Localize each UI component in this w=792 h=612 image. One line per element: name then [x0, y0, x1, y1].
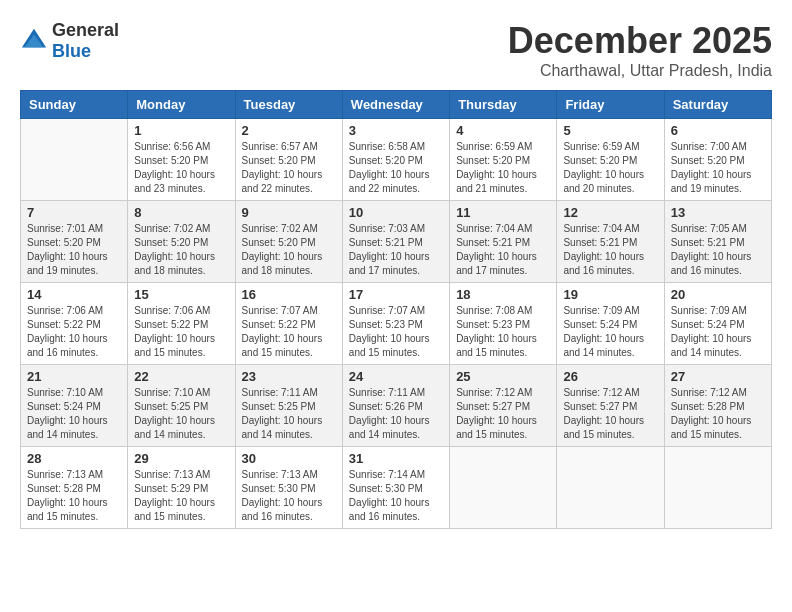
col-header-friday: Friday — [557, 91, 664, 119]
day-number: 30 — [242, 451, 336, 466]
day-info: Sunrise: 7:02 AMSunset: 5:20 PMDaylight:… — [242, 222, 336, 278]
day-info: Sunrise: 6:56 AMSunset: 5:20 PMDaylight:… — [134, 140, 228, 196]
day-number: 15 — [134, 287, 228, 302]
calendar-cell: 31Sunrise: 7:14 AMSunset: 5:30 PMDayligh… — [342, 447, 449, 529]
day-info: Sunrise: 7:09 AMSunset: 5:24 PMDaylight:… — [671, 304, 765, 360]
logo-blue: Blue — [52, 41, 91, 61]
day-info: Sunrise: 6:58 AMSunset: 5:20 PMDaylight:… — [349, 140, 443, 196]
day-number: 17 — [349, 287, 443, 302]
page-header: General Blue December 2025 Charthawal, U… — [20, 20, 772, 80]
day-info: Sunrise: 7:13 AMSunset: 5:30 PMDaylight:… — [242, 468, 336, 524]
day-number: 27 — [671, 369, 765, 384]
calendar-cell: 4Sunrise: 6:59 AMSunset: 5:20 PMDaylight… — [450, 119, 557, 201]
calendar-cell — [450, 447, 557, 529]
calendar-cell: 19Sunrise: 7:09 AMSunset: 5:24 PMDayligh… — [557, 283, 664, 365]
calendar-cell: 3Sunrise: 6:58 AMSunset: 5:20 PMDaylight… — [342, 119, 449, 201]
day-info: Sunrise: 7:05 AMSunset: 5:21 PMDaylight:… — [671, 222, 765, 278]
calendar-cell: 15Sunrise: 7:06 AMSunset: 5:22 PMDayligh… — [128, 283, 235, 365]
calendar-cell: 17Sunrise: 7:07 AMSunset: 5:23 PMDayligh… — [342, 283, 449, 365]
day-info: Sunrise: 7:13 AMSunset: 5:29 PMDaylight:… — [134, 468, 228, 524]
calendar-cell: 18Sunrise: 7:08 AMSunset: 5:23 PMDayligh… — [450, 283, 557, 365]
day-info: Sunrise: 7:04 AMSunset: 5:21 PMDaylight:… — [456, 222, 550, 278]
day-number: 2 — [242, 123, 336, 138]
day-number: 16 — [242, 287, 336, 302]
day-number: 29 — [134, 451, 228, 466]
calendar-cell — [21, 119, 128, 201]
calendar-week-row: 14Sunrise: 7:06 AMSunset: 5:22 PMDayligh… — [21, 283, 772, 365]
calendar-cell: 30Sunrise: 7:13 AMSunset: 5:30 PMDayligh… — [235, 447, 342, 529]
day-number: 21 — [27, 369, 121, 384]
day-info: Sunrise: 7:13 AMSunset: 5:28 PMDaylight:… — [27, 468, 121, 524]
day-number: 3 — [349, 123, 443, 138]
day-info: Sunrise: 7:08 AMSunset: 5:23 PMDaylight:… — [456, 304, 550, 360]
day-number: 13 — [671, 205, 765, 220]
calendar-cell: 28Sunrise: 7:13 AMSunset: 5:28 PMDayligh… — [21, 447, 128, 529]
day-info: Sunrise: 7:06 AMSunset: 5:22 PMDaylight:… — [27, 304, 121, 360]
day-number: 22 — [134, 369, 228, 384]
calendar-cell — [664, 447, 771, 529]
day-number: 5 — [563, 123, 657, 138]
day-info: Sunrise: 7:10 AMSunset: 5:24 PMDaylight:… — [27, 386, 121, 442]
calendar-cell: 23Sunrise: 7:11 AMSunset: 5:25 PMDayligh… — [235, 365, 342, 447]
day-info: Sunrise: 7:07 AMSunset: 5:22 PMDaylight:… — [242, 304, 336, 360]
calendar-cell: 7Sunrise: 7:01 AMSunset: 5:20 PMDaylight… — [21, 201, 128, 283]
day-info: Sunrise: 7:01 AMSunset: 5:20 PMDaylight:… — [27, 222, 121, 278]
calendar-cell: 6Sunrise: 7:00 AMSunset: 5:20 PMDaylight… — [664, 119, 771, 201]
col-header-saturday: Saturday — [664, 91, 771, 119]
day-number: 9 — [242, 205, 336, 220]
calendar-cell: 27Sunrise: 7:12 AMSunset: 5:28 PMDayligh… — [664, 365, 771, 447]
day-info: Sunrise: 7:07 AMSunset: 5:23 PMDaylight:… — [349, 304, 443, 360]
day-info: Sunrise: 7:03 AMSunset: 5:21 PMDaylight:… — [349, 222, 443, 278]
calendar-cell: 11Sunrise: 7:04 AMSunset: 5:21 PMDayligh… — [450, 201, 557, 283]
calendar-cell: 16Sunrise: 7:07 AMSunset: 5:22 PMDayligh… — [235, 283, 342, 365]
calendar-cell: 29Sunrise: 7:13 AMSunset: 5:29 PMDayligh… — [128, 447, 235, 529]
col-header-thursday: Thursday — [450, 91, 557, 119]
logo-icon — [20, 27, 48, 55]
day-info: Sunrise: 7:14 AMSunset: 5:30 PMDaylight:… — [349, 468, 443, 524]
day-info: Sunrise: 7:12 AMSunset: 5:27 PMDaylight:… — [456, 386, 550, 442]
calendar-cell: 8Sunrise: 7:02 AMSunset: 5:20 PMDaylight… — [128, 201, 235, 283]
calendar-cell: 24Sunrise: 7:11 AMSunset: 5:26 PMDayligh… — [342, 365, 449, 447]
day-number: 6 — [671, 123, 765, 138]
calendar-cell: 2Sunrise: 6:57 AMSunset: 5:20 PMDaylight… — [235, 119, 342, 201]
col-header-monday: Monday — [128, 91, 235, 119]
calendar-week-row: 21Sunrise: 7:10 AMSunset: 5:24 PMDayligh… — [21, 365, 772, 447]
day-number: 31 — [349, 451, 443, 466]
day-info: Sunrise: 7:06 AMSunset: 5:22 PMDaylight:… — [134, 304, 228, 360]
day-number: 8 — [134, 205, 228, 220]
day-number: 25 — [456, 369, 550, 384]
calendar-cell: 22Sunrise: 7:10 AMSunset: 5:25 PMDayligh… — [128, 365, 235, 447]
calendar-week-row: 7Sunrise: 7:01 AMSunset: 5:20 PMDaylight… — [21, 201, 772, 283]
title-area: December 2025 Charthawal, Uttar Pradesh,… — [508, 20, 772, 80]
logo: General Blue — [20, 20, 119, 62]
day-info: Sunrise: 7:12 AMSunset: 5:27 PMDaylight:… — [563, 386, 657, 442]
calendar-cell: 9Sunrise: 7:02 AMSunset: 5:20 PMDaylight… — [235, 201, 342, 283]
calendar-cell: 21Sunrise: 7:10 AMSunset: 5:24 PMDayligh… — [21, 365, 128, 447]
day-info: Sunrise: 7:11 AMSunset: 5:25 PMDaylight:… — [242, 386, 336, 442]
day-number: 1 — [134, 123, 228, 138]
day-info: Sunrise: 6:57 AMSunset: 5:20 PMDaylight:… — [242, 140, 336, 196]
day-number: 20 — [671, 287, 765, 302]
day-number: 10 — [349, 205, 443, 220]
calendar-cell: 25Sunrise: 7:12 AMSunset: 5:27 PMDayligh… — [450, 365, 557, 447]
day-number: 11 — [456, 205, 550, 220]
calendar-table: SundayMondayTuesdayWednesdayThursdayFrid… — [20, 90, 772, 529]
calendar-cell: 13Sunrise: 7:05 AMSunset: 5:21 PMDayligh… — [664, 201, 771, 283]
day-info: Sunrise: 7:02 AMSunset: 5:20 PMDaylight:… — [134, 222, 228, 278]
calendar-cell — [557, 447, 664, 529]
day-number: 14 — [27, 287, 121, 302]
day-number: 28 — [27, 451, 121, 466]
calendar-cell: 1Sunrise: 6:56 AMSunset: 5:20 PMDaylight… — [128, 119, 235, 201]
col-header-sunday: Sunday — [21, 91, 128, 119]
calendar-cell: 20Sunrise: 7:09 AMSunset: 5:24 PMDayligh… — [664, 283, 771, 365]
logo-general: General — [52, 20, 119, 40]
day-info: Sunrise: 6:59 AMSunset: 5:20 PMDaylight:… — [456, 140, 550, 196]
col-header-tuesday: Tuesday — [235, 91, 342, 119]
day-number: 19 — [563, 287, 657, 302]
day-number: 12 — [563, 205, 657, 220]
day-number: 4 — [456, 123, 550, 138]
calendar-cell: 10Sunrise: 7:03 AMSunset: 5:21 PMDayligh… — [342, 201, 449, 283]
location-title: Charthawal, Uttar Pradesh, India — [508, 62, 772, 80]
day-info: Sunrise: 6:59 AMSunset: 5:20 PMDaylight:… — [563, 140, 657, 196]
day-number: 24 — [349, 369, 443, 384]
